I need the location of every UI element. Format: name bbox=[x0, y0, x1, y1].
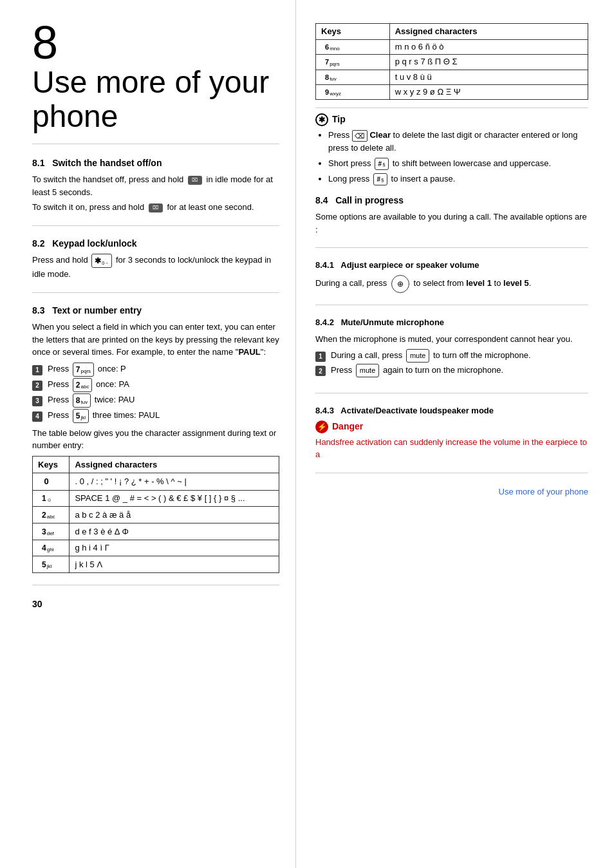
section-8-3-body: When you select a field in which you can… bbox=[32, 321, 279, 572]
left-column: 8 Use more of your phone 8.1 Switch the … bbox=[0, 0, 296, 868]
chapter-heading: 8 Use more of your phone bbox=[32, 19, 279, 144]
section-8-2-title: 8.2 Keypad lock/unlock bbox=[32, 238, 279, 250]
section-8-2: 8.2 Keypad lock/unlock Press and hold ✱0… bbox=[32, 238, 279, 293]
list-item: 4 Press 5jkl three times: PAUL bbox=[32, 409, 279, 423]
section-8-1-body: To switch the handset off, press and hol… bbox=[32, 173, 279, 214]
table-row: 9wxyz w x y z 9 ø Ω Ξ Ψ bbox=[316, 84, 588, 99]
section-8-2-body: Press and hold ✱0→ for 3 seconds to lock… bbox=[32, 254, 279, 281]
table-header-keys-right: Keys bbox=[316, 24, 390, 40]
section-8-3: 8.3 Text or number entry When you select… bbox=[32, 305, 279, 585]
chapter-number: 8 bbox=[32, 19, 58, 66]
table-row: 2abc a b c 2 à æ ä å bbox=[33, 507, 279, 524]
section-8-4-title: 8.4 Call in progress bbox=[315, 194, 588, 207]
right-table-section: Keys Assigned characters 6mno m n o 6 ñ … bbox=[315, 23, 588, 100]
hash-key-long: #§ bbox=[373, 173, 387, 185]
page-number: 30 bbox=[32, 598, 279, 611]
section-8-4-3: 8.4.3 Activate/Deactivate loudspeaker mo… bbox=[315, 405, 588, 473]
key-2: 2abc bbox=[73, 378, 93, 392]
section-8-4-body: Some options are available to you during… bbox=[315, 211, 588, 236]
danger-text: Handsfree activation can suddenly increa… bbox=[315, 436, 588, 461]
paul-steps-list: 1 Press 7pqrs once: P 2 Press 2abc once:… bbox=[32, 363, 279, 423]
list-item: 3 Press 8tuv twice: PAU bbox=[32, 393, 279, 408]
table-header-keys: Keys bbox=[33, 456, 70, 473]
section-8-4: 8.4 Call in progress Some options are av… bbox=[315, 194, 588, 249]
key-8: 8tuv bbox=[73, 393, 91, 408]
mute-key-2: mute bbox=[356, 364, 379, 377]
section-8-4-1-title: 8.4.1 Adjust earpiece or speaker volume bbox=[315, 259, 588, 271]
mute-key-1: mute bbox=[406, 349, 429, 363]
table-row: 4ghi g h i 4 ì Γ bbox=[33, 540, 279, 556]
chapter-title: Use more of your phone bbox=[32, 66, 269, 134]
table-row: 7pqrs p q r s 7 ß Π Θ Σ bbox=[316, 55, 588, 70]
table-row: 6mno m n o 6 ñ ö ò bbox=[316, 40, 588, 55]
list-item: 1 During a call, press mute to turn off … bbox=[315, 349, 588, 363]
clear-key-symbol: ⌫ bbox=[352, 130, 367, 142]
section-8-4-3-title: 8.4.3 Activate/Deactivate loudspeaker mo… bbox=[315, 405, 588, 417]
tip-icon: ✱ bbox=[315, 113, 328, 126]
list-item: 2 Press 2abc once: PA bbox=[32, 378, 279, 392]
table-row: 3def d e f 3 è é Δ Φ bbox=[33, 524, 279, 540]
section-8-4-2-title: 8.4.2 Mute/Unmute microphone bbox=[315, 317, 588, 328]
section-8-4-2-body: When the microphone is muted, your corre… bbox=[315, 333, 588, 377]
key-5: 5jkl bbox=[73, 409, 89, 423]
list-item: Press ⌫ Clear to delete the last digit o… bbox=[328, 129, 588, 154]
tip-box: ✱ Tip Press ⌫ Clear to delete the last d… bbox=[315, 108, 588, 185]
table-row: 8tuv t u v 8 ù ü bbox=[316, 70, 588, 84]
key-7: 7pqrs bbox=[73, 363, 94, 377]
tip-list: Press ⌫ Clear to delete the last digit o… bbox=[315, 129, 588, 185]
list-item: 1 Press 7pqrs once: P bbox=[32, 363, 279, 377]
section-8-4-1: 8.4.1 Adjust earpiece or speaker volume … bbox=[315, 259, 588, 305]
section-8-4-2: 8.4.2 Mute/Unmute microphone When the mi… bbox=[315, 317, 588, 393]
table-header-chars: Assigned characters bbox=[70, 456, 279, 473]
volume-nav-icon: ⊕ bbox=[391, 275, 409, 293]
section-8-4-1-body: During a call, press ⊕ to select from le… bbox=[315, 275, 588, 293]
table-row: 5jkl j k l 5 Λ bbox=[33, 556, 279, 573]
char-table-right: Keys Assigned characters 6mno m n o 6 ñ … bbox=[315, 23, 588, 100]
right-column: Keys Assigned characters 6mno m n o 6 ñ … bbox=[296, 0, 614, 868]
section-8-3-title: 8.3 Text or number entry bbox=[32, 305, 279, 317]
mute-steps-list: 1 During a call, press mute to turn off … bbox=[315, 349, 588, 377]
list-item: Short press #§ to shift between lowercas… bbox=[328, 157, 588, 170]
char-table-left: Keys Assigned characters 0 . 0 , / : ; "… bbox=[32, 456, 279, 573]
danger-icon: ⚡ bbox=[315, 420, 328, 433]
list-item: Long press #§ to insert a pause. bbox=[328, 173, 588, 185]
footer-text: Use more of your phone bbox=[315, 486, 588, 498]
danger-box: ⚡ Danger Handsfree activation can sudden… bbox=[315, 420, 588, 461]
star-key-icon: ✱0→ bbox=[91, 254, 112, 268]
list-item: 2 Press mute again to turn on the microp… bbox=[315, 364, 588, 377]
table-row: 0 . 0 , / : ; " ' ! ¡ ? ¿ * + - % \ ^ ~ … bbox=[33, 473, 279, 491]
section-8-1-title: 8.1 Switch the handset off/on bbox=[32, 157, 279, 170]
section-8-1: 8.1 Switch the handset off/on To switch … bbox=[32, 157, 279, 226]
hash-key-short: #§ bbox=[375, 158, 389, 170]
table-header-chars-right: Assigned characters bbox=[389, 24, 588, 40]
tip-header: ✱ Tip bbox=[315, 108, 588, 126]
table-row: 1☺ SPACE 1 @ _ # = < > ( ) & € £ $ ¥ [ ]… bbox=[33, 490, 279, 507]
danger-header: ⚡ Danger bbox=[315, 420, 588, 433]
